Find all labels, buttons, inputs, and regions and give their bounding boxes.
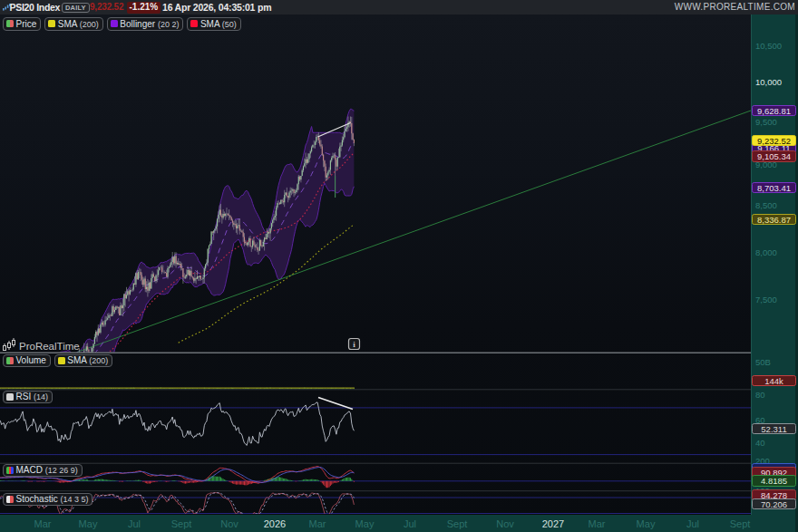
svg-text:ProRealTime: ProRealTime — [19, 341, 80, 352]
